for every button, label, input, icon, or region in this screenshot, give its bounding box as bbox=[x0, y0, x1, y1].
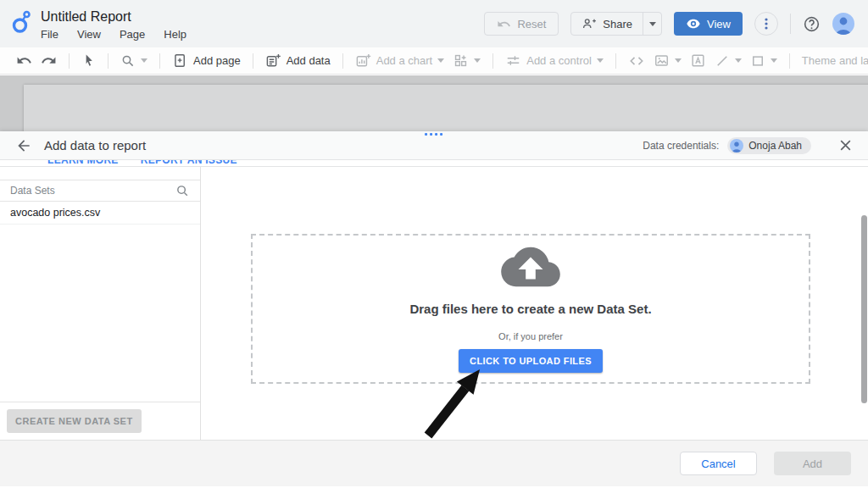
share-button[interactable]: Share bbox=[570, 12, 662, 36]
dataset-list-item[interactable]: avocado prices.csv bbox=[0, 202, 200, 225]
learn-more-link[interactable]: LEARN MORE bbox=[47, 160, 119, 167]
search-icon[interactable] bbox=[175, 184, 190, 198]
dialog-header: Add data to report Data credentials: Ono… bbox=[0, 131, 868, 160]
header-divider bbox=[790, 14, 791, 34]
person-add-icon bbox=[581, 16, 597, 31]
dropzone-heading: Drag files here to create a new Data Set… bbox=[409, 302, 651, 316]
menu-view[interactable]: View bbox=[77, 28, 101, 41]
reset-button[interactable]: Reset bbox=[484, 12, 559, 36]
add-page-button[interactable]: Add page bbox=[168, 53, 245, 69]
upload-panel: Drag files here to create a new Data Set… bbox=[201, 167, 868, 440]
redo-icon bbox=[41, 53, 57, 69]
text-box-icon bbox=[690, 53, 706, 69]
report-title[interactable]: Untitled Report bbox=[41, 8, 186, 25]
theme-layout-label: Theme and layout bbox=[802, 54, 868, 67]
menubar: File View Page Help bbox=[41, 28, 186, 41]
image-icon bbox=[654, 53, 670, 69]
credentials-avatar bbox=[730, 139, 743, 152]
cloud-upload-icon bbox=[499, 242, 562, 291]
view-button[interactable]: View bbox=[674, 12, 743, 36]
cursor-icon bbox=[81, 53, 96, 68]
add-data-dialog: Add data to report Data credentials: Ono… bbox=[0, 131, 868, 488]
embed-code-icon bbox=[628, 53, 645, 69]
dialog-title: Add data to report bbox=[44, 138, 146, 152]
add-chart-label: Add a chart bbox=[376, 54, 433, 67]
chevron-down-icon bbox=[649, 22, 656, 26]
add-data-icon bbox=[265, 53, 281, 69]
community-viz-icon bbox=[453, 53, 469, 69]
add-data-button[interactable]: Add data bbox=[261, 53, 335, 69]
magnifier-icon bbox=[120, 53, 136, 69]
share-dropdown[interactable] bbox=[643, 13, 661, 35]
links-strip: LEARN MORE REPORT AN ISSUE bbox=[0, 160, 868, 167]
credentials-pill[interactable]: Onoja Abah bbox=[727, 137, 811, 154]
dialog-body: avocado prices.csv CREATE NEW DATA SET D… bbox=[0, 167, 868, 440]
back-button[interactable] bbox=[15, 137, 32, 154]
user-avatar[interactable] bbox=[832, 13, 854, 35]
help-icon[interactable] bbox=[803, 15, 821, 33]
avatar-person-icon bbox=[730, 139, 743, 152]
dialog-footer: Cancel Add bbox=[0, 440, 868, 486]
more-options-button[interactable] bbox=[754, 12, 778, 36]
back-arrow-icon bbox=[15, 137, 32, 154]
zoom-tool-button[interactable] bbox=[116, 53, 152, 69]
credentials-label: Data credentials: bbox=[643, 140, 719, 152]
menu-help[interactable]: Help bbox=[164, 28, 186, 41]
add-chart-icon bbox=[355, 53, 371, 69]
add-control-icon bbox=[505, 53, 521, 69]
undo-button[interactable] bbox=[12, 53, 36, 69]
toolbar-divider bbox=[342, 53, 343, 69]
community-visualizations-button[interactable] bbox=[448, 53, 485, 69]
scrollbar-thumb[interactable] bbox=[861, 215, 867, 403]
close-dialog-button[interactable] bbox=[838, 138, 853, 152]
add-button[interactable]: Add bbox=[774, 452, 851, 475]
cancel-button[interactable]: Cancel bbox=[680, 452, 757, 475]
add-chart-button[interactable]: Add a chart bbox=[351, 53, 449, 69]
insert-line-button[interactable] bbox=[710, 53, 746, 69]
chevron-down-icon bbox=[141, 58, 147, 63]
toolbar-divider bbox=[69, 53, 70, 69]
undo-reset-icon bbox=[497, 17, 511, 31]
dataset-search-input[interactable] bbox=[10, 185, 154, 197]
select-tool-button[interactable] bbox=[77, 53, 100, 68]
click-to-upload-files-button[interactable]: CLICK TO UPLOAD FILES bbox=[459, 349, 603, 373]
toolbar-divider bbox=[253, 53, 253, 69]
file-dropzone[interactable]: Drag files here to create a new Data Set… bbox=[251, 234, 810, 384]
insert-shape-button[interactable] bbox=[746, 53, 782, 69]
report-an-issue-link[interactable]: REPORT AN ISSUE bbox=[141, 160, 237, 167]
dataset-search[interactable] bbox=[0, 180, 200, 202]
edit-toolbar: Add page Add data Add a chart Add a cont… bbox=[0, 47, 868, 75]
chevron-down-icon bbox=[771, 58, 777, 63]
chevron-down-icon bbox=[735, 58, 742, 63]
menu-file[interactable]: File bbox=[41, 28, 58, 41]
chevron-down-icon bbox=[474, 58, 481, 63]
insert-text-button[interactable] bbox=[686, 53, 710, 69]
reset-label: Reset bbox=[517, 18, 546, 30]
data-studio-logo-icon bbox=[12, 9, 32, 35]
theme-and-layout-button[interactable]: Theme and layout bbox=[798, 54, 868, 67]
toolbar-divider bbox=[492, 53, 493, 69]
add-control-button[interactable]: Add a control bbox=[501, 53, 608, 69]
share-main[interactable]: Share bbox=[571, 13, 643, 35]
sidebar-footer: CREATE NEW DATA SET bbox=[0, 402, 200, 440]
add-page-label: Add page bbox=[193, 54, 241, 67]
top-header: Untitled Report File View Page Help Rese… bbox=[0, 0, 868, 47]
credentials-user: Onoja Abah bbox=[748, 140, 802, 152]
app-window: Untitled Report File View Page Help Rese… bbox=[0, 0, 868, 488]
undo-icon bbox=[16, 53, 32, 69]
create-new-data-set-button[interactable]: CREATE NEW DATA SET bbox=[7, 409, 142, 433]
kebab-menu-icon bbox=[759, 16, 774, 31]
add-data-label: Add data bbox=[287, 54, 331, 67]
dropzone-subtext: Or, if you prefer bbox=[498, 331, 563, 341]
embed-url-button[interactable] bbox=[624, 53, 649, 69]
menu-page[interactable]: Page bbox=[120, 28, 145, 41]
toolbar-divider bbox=[159, 53, 160, 69]
insert-image-button[interactable] bbox=[649, 53, 686, 69]
add-control-label: Add a control bbox=[526, 54, 592, 67]
add-page-icon bbox=[172, 53, 188, 69]
chevron-down-icon bbox=[597, 58, 604, 63]
redo-button[interactable] bbox=[36, 53, 61, 69]
chevron-down-icon bbox=[437, 58, 444, 63]
datasets-sidebar: avocado prices.csv CREATE NEW DATA SET bbox=[0, 167, 201, 440]
close-icon bbox=[838, 138, 853, 152]
